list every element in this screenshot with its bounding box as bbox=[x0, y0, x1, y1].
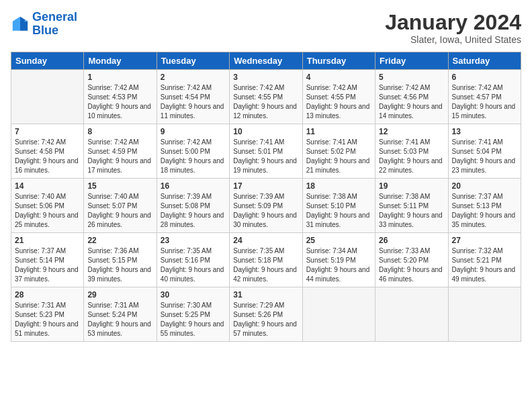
day-number: 30 bbox=[161, 290, 226, 300]
day-info: Sunrise: 7:41 AMSunset: 5:02 PMDaylight:… bbox=[306, 138, 370, 174]
day-info: Sunrise: 7:42 AMSunset: 5:00 PMDaylight:… bbox=[161, 138, 224, 174]
day-number: 15 bbox=[87, 181, 152, 191]
day-info: Sunrise: 7:40 AMSunset: 5:07 PMDaylight:… bbox=[87, 193, 151, 228]
day-number: 3 bbox=[233, 73, 298, 82]
day-info: Sunrise: 7:42 AMSunset: 4:59 PMDaylight:… bbox=[87, 138, 151, 174]
day-cell: 7 Sunrise: 7:42 AMSunset: 4:58 PMDayligh… bbox=[11, 124, 84, 179]
day-number: 11 bbox=[306, 127, 371, 136]
page: General Blue January 2024 Slater, Iowa, … bbox=[0, 0, 532, 411]
week-row-4: 21 Sunrise: 7:37 AMSunset: 5:14 PMDaylig… bbox=[11, 233, 521, 287]
day-cell: 20 Sunrise: 7:37 AMSunset: 5:13 PMDaylig… bbox=[448, 179, 521, 233]
day-number: 19 bbox=[379, 181, 444, 191]
week-row-3: 14 Sunrise: 7:40 AMSunset: 5:06 PMDaylig… bbox=[11, 179, 521, 233]
day-info: Sunrise: 7:36 AMSunset: 5:15 PMDaylight:… bbox=[87, 247, 151, 283]
day-info: Sunrise: 7:31 AMSunset: 5:23 PMDaylight:… bbox=[15, 302, 79, 337]
col-header-friday: Friday bbox=[375, 52, 448, 70]
day-number: 27 bbox=[452, 236, 517, 245]
day-number: 2 bbox=[161, 73, 226, 82]
logo-text: General Blue bbox=[32, 11, 77, 38]
calendar-table: SundayMondayTuesdayWednesdayThursdayFrid… bbox=[11, 52, 521, 342]
day-cell: 12 Sunrise: 7:41 AMSunset: 5:03 PMDaylig… bbox=[375, 124, 448, 179]
day-number: 24 bbox=[233, 236, 298, 245]
day-cell: 9 Sunrise: 7:42 AMSunset: 5:00 PMDayligh… bbox=[157, 124, 229, 179]
day-info: Sunrise: 7:42 AMSunset: 4:55 PMDaylight:… bbox=[233, 84, 297, 120]
day-number: 6 bbox=[452, 73, 517, 82]
day-cell: 23 Sunrise: 7:35 AMSunset: 5:16 PMDaylig… bbox=[157, 233, 229, 287]
day-cell: 28 Sunrise: 7:31 AMSunset: 5:23 PMDaylig… bbox=[11, 287, 84, 342]
day-info: Sunrise: 7:37 AMSunset: 5:13 PMDaylight:… bbox=[452, 193, 516, 228]
day-cell: 17 Sunrise: 7:39 AMSunset: 5:09 PMDaylig… bbox=[230, 179, 302, 233]
day-cell bbox=[11, 70, 84, 124]
day-info: Sunrise: 7:34 AMSunset: 5:19 PMDaylight:… bbox=[306, 247, 370, 283]
day-info: Sunrise: 7:42 AMSunset: 4:53 PMDaylight:… bbox=[87, 84, 151, 120]
day-number: 26 bbox=[379, 236, 444, 245]
day-number: 10 bbox=[233, 127, 298, 136]
day-number: 21 bbox=[15, 236, 80, 245]
month-title: January 2024 bbox=[385, 11, 521, 34]
day-number: 23 bbox=[161, 236, 226, 245]
day-cell: 11 Sunrise: 7:41 AMSunset: 5:02 PMDaylig… bbox=[302, 124, 375, 179]
svg-marker-0 bbox=[20, 17, 28, 31]
day-info: Sunrise: 7:41 AMSunset: 5:01 PMDaylight:… bbox=[233, 138, 297, 174]
day-info: Sunrise: 7:30 AMSunset: 5:25 PMDaylight:… bbox=[161, 302, 224, 337]
logo-icon bbox=[11, 15, 30, 34]
col-header-saturday: Saturday bbox=[448, 52, 521, 70]
day-cell: 4 Sunrise: 7:42 AMSunset: 4:55 PMDayligh… bbox=[302, 70, 375, 124]
subtitle: Slater, Iowa, United States bbox=[385, 34, 521, 45]
day-cell: 1 Sunrise: 7:42 AMSunset: 4:53 PMDayligh… bbox=[84, 70, 157, 124]
header: General Blue January 2024 Slater, Iowa, … bbox=[11, 11, 521, 45]
day-cell: 18 Sunrise: 7:38 AMSunset: 5:10 PMDaylig… bbox=[302, 179, 375, 233]
day-number: 28 bbox=[15, 290, 80, 300]
logo: General Blue bbox=[11, 11, 77, 38]
col-header-wednesday: Wednesday bbox=[230, 52, 302, 70]
day-cell: 24 Sunrise: 7:35 AMSunset: 5:18 PMDaylig… bbox=[230, 233, 302, 287]
day-number: 16 bbox=[161, 181, 226, 191]
day-info: Sunrise: 7:42 AMSunset: 4:55 PMDaylight:… bbox=[306, 84, 370, 120]
day-info: Sunrise: 7:35 AMSunset: 5:18 PMDaylight:… bbox=[233, 247, 297, 283]
col-header-sunday: Sunday bbox=[11, 52, 84, 70]
day-info: Sunrise: 7:37 AMSunset: 5:14 PMDaylight:… bbox=[15, 247, 79, 283]
title-block: January 2024 Slater, Iowa, United States bbox=[385, 11, 521, 45]
day-cell bbox=[375, 287, 448, 342]
day-cell: 3 Sunrise: 7:42 AMSunset: 4:55 PMDayligh… bbox=[230, 70, 302, 124]
day-cell: 27 Sunrise: 7:32 AMSunset: 5:21 PMDaylig… bbox=[448, 233, 521, 287]
week-row-5: 28 Sunrise: 7:31 AMSunset: 5:23 PMDaylig… bbox=[11, 287, 521, 342]
day-cell: 22 Sunrise: 7:36 AMSunset: 5:15 PMDaylig… bbox=[84, 233, 157, 287]
day-cell: 25 Sunrise: 7:34 AMSunset: 5:19 PMDaylig… bbox=[302, 233, 375, 287]
col-header-tuesday: Tuesday bbox=[157, 52, 229, 70]
day-number: 9 bbox=[161, 127, 226, 136]
day-info: Sunrise: 7:42 AMSunset: 4:57 PMDaylight:… bbox=[452, 84, 516, 120]
day-info: Sunrise: 7:29 AMSunset: 5:26 PMDaylight:… bbox=[233, 302, 297, 337]
day-info: Sunrise: 7:31 AMSunset: 5:24 PMDaylight:… bbox=[87, 302, 151, 337]
col-header-monday: Monday bbox=[84, 52, 157, 70]
day-cell: 10 Sunrise: 7:41 AMSunset: 5:01 PMDaylig… bbox=[230, 124, 302, 179]
day-cell: 29 Sunrise: 7:31 AMSunset: 5:24 PMDaylig… bbox=[84, 287, 157, 342]
day-info: Sunrise: 7:39 AMSunset: 5:09 PMDaylight:… bbox=[233, 193, 297, 228]
week-row-1: 1 Sunrise: 7:42 AMSunset: 4:53 PMDayligh… bbox=[11, 70, 521, 124]
day-cell: 13 Sunrise: 7:41 AMSunset: 5:04 PMDaylig… bbox=[448, 124, 521, 179]
logo-general: General bbox=[32, 10, 77, 24]
day-info: Sunrise: 7:40 AMSunset: 5:06 PMDaylight:… bbox=[15, 193, 79, 228]
day-cell: 2 Sunrise: 7:42 AMSunset: 4:54 PMDayligh… bbox=[157, 70, 229, 124]
day-info: Sunrise: 7:42 AMSunset: 4:56 PMDaylight:… bbox=[379, 84, 443, 120]
day-cell: 19 Sunrise: 7:38 AMSunset: 5:11 PMDaylig… bbox=[375, 179, 448, 233]
day-cell: 31 Sunrise: 7:29 AMSunset: 5:26 PMDaylig… bbox=[230, 287, 302, 342]
svg-marker-1 bbox=[13, 17, 20, 31]
day-number: 13 bbox=[452, 127, 517, 136]
day-info: Sunrise: 7:38 AMSunset: 5:10 PMDaylight:… bbox=[306, 193, 370, 228]
day-cell: 30 Sunrise: 7:30 AMSunset: 5:25 PMDaylig… bbox=[157, 287, 229, 342]
day-number: 17 bbox=[233, 181, 298, 191]
week-row-2: 7 Sunrise: 7:42 AMSunset: 4:58 PMDayligh… bbox=[11, 124, 521, 179]
day-cell bbox=[302, 287, 375, 342]
day-cell: 5 Sunrise: 7:42 AMSunset: 4:56 PMDayligh… bbox=[375, 70, 448, 124]
day-info: Sunrise: 7:41 AMSunset: 5:04 PMDaylight:… bbox=[452, 138, 516, 174]
day-info: Sunrise: 7:39 AMSunset: 5:08 PMDaylight:… bbox=[161, 193, 224, 228]
col-header-thursday: Thursday bbox=[302, 52, 375, 70]
day-number: 29 bbox=[87, 290, 152, 300]
day-info: Sunrise: 7:38 AMSunset: 5:11 PMDaylight:… bbox=[379, 193, 443, 228]
day-info: Sunrise: 7:42 AMSunset: 4:58 PMDaylight:… bbox=[15, 138, 79, 174]
day-cell: 26 Sunrise: 7:33 AMSunset: 5:20 PMDaylig… bbox=[375, 233, 448, 287]
day-number: 14 bbox=[15, 181, 80, 191]
day-cell bbox=[448, 287, 521, 342]
day-cell: 15 Sunrise: 7:40 AMSunset: 5:07 PMDaylig… bbox=[84, 179, 157, 233]
